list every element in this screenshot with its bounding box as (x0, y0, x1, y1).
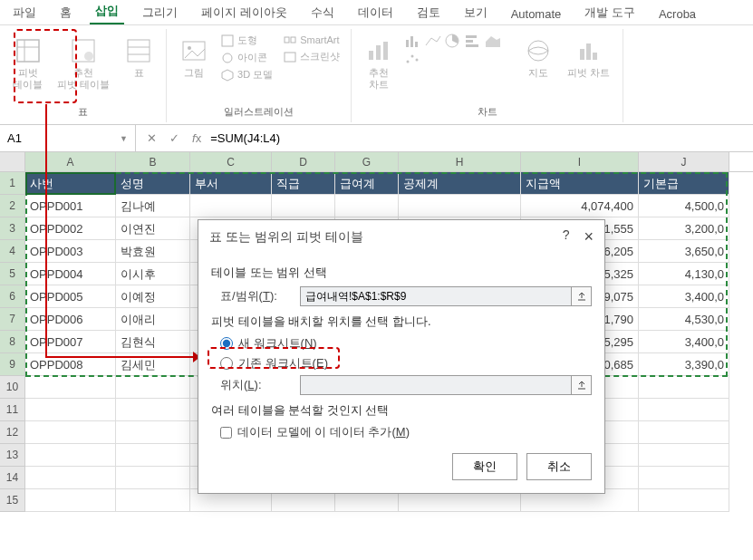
cell-A2[interactable]: OPPD001 (25, 195, 116, 217)
col-header-G[interactable]: G (335, 152, 399, 171)
name-box-dropdown-icon[interactable]: ▼ (120, 134, 128, 143)
scatter-chart-icon[interactable] (404, 51, 422, 67)
cell-J12[interactable] (639, 421, 729, 444)
row-header-9[interactable]: 9 (0, 353, 25, 376)
tab-draw[interactable]: 그리기 (137, 1, 183, 24)
cell-J14[interactable] (639, 467, 729, 489)
cell-B14[interactable] (116, 467, 190, 489)
icons-button[interactable]: 아이콘 (219, 50, 275, 65)
formula-input[interactable] (210, 131, 573, 145)
radio-new-worksheet[interactable] (220, 337, 233, 350)
row-header-10[interactable]: 10 (0, 376, 25, 399)
cell-A6[interactable]: OPPD005 (25, 285, 116, 308)
col-header-D[interactable]: D (272, 152, 335, 171)
row-header-13[interactable]: 13 (0, 444, 25, 467)
tab-view[interactable]: 보기 (459, 1, 493, 24)
tab-automate[interactable]: Automate (506, 4, 567, 24)
col-header-J[interactable]: J (639, 152, 729, 171)
cell-B15[interactable] (116, 489, 190, 512)
cell-A8[interactable]: OPPD007 (25, 331, 116, 353)
header-cell-J[interactable]: 기본급 (639, 172, 729, 195)
row-header-12[interactable]: 12 (0, 421, 25, 444)
3dmodel-button[interactable]: 3D 모델 (219, 67, 275, 82)
cell-A10[interactable] (25, 376, 116, 399)
header-cell-I[interactable]: 지급액 (521, 172, 639, 195)
row-header-4[interactable]: 4 (0, 240, 25, 263)
cell-J5[interactable]: 4,130,0 (639, 263, 729, 285)
cell-J2[interactable]: 4,500,0 (639, 195, 729, 217)
shapes-button[interactable]: 도형 (219, 33, 275, 48)
cell-B10[interactable] (116, 376, 190, 399)
cancel-button[interactable]: 취소 (526, 453, 592, 480)
ok-button[interactable]: 확인 (452, 453, 517, 480)
range-input[interactable] (300, 286, 572, 306)
col-header-A[interactable]: A (25, 152, 116, 171)
cell-B12[interactable] (116, 421, 190, 444)
fx-icon[interactable]: fx (188, 131, 205, 145)
tab-data[interactable]: 데이터 (352, 1, 399, 24)
col-header-I[interactable]: I (521, 152, 639, 171)
cell-B13[interactable] (116, 444, 190, 467)
cell-A9[interactable]: OPPD008 (25, 353, 116, 376)
cell-B2[interactable]: 김나예 (116, 195, 190, 217)
name-box[interactable]: ▼ (0, 125, 136, 151)
cell-J15[interactable] (639, 489, 729, 512)
cell-J10[interactable] (639, 376, 729, 399)
tab-acrobat[interactable]: Acroba (653, 4, 701, 24)
cell-B7[interactable]: 이애리 (116, 308, 190, 331)
row-header-1[interactable]: 1 (0, 172, 25, 195)
header-cell-H[interactable]: 공제계 (399, 172, 521, 195)
cell-B3[interactable]: 이연진 (116, 217, 190, 240)
area-chart-icon[interactable] (484, 33, 502, 49)
dialog-close-button[interactable]: × (584, 227, 594, 246)
dialog-help-button[interactable]: ? (563, 227, 570, 246)
recommended-charts-button[interactable]: 추천 차트 (361, 33, 397, 94)
radio-existing-worksheet[interactable] (220, 357, 233, 370)
row-header-6[interactable]: 6 (0, 285, 25, 308)
cell-C2[interactable] (190, 195, 272, 217)
cell-J6[interactable]: 3,400,0 (639, 285, 729, 308)
table-button[interactable]: 표 (121, 33, 157, 82)
row-header-11[interactable]: 11 (0, 399, 25, 421)
col-header-H[interactable]: H (399, 152, 521, 171)
row-header-15[interactable]: 15 (0, 489, 25, 512)
column-chart-icon[interactable] (404, 33, 422, 49)
select-all-corner[interactable] (0, 152, 25, 171)
cell-A4[interactable]: OPPD003 (25, 240, 116, 263)
chart-type-gallery[interactable] (404, 33, 513, 67)
row-header-5[interactable]: 5 (0, 263, 25, 285)
cell-B6[interactable]: 이예정 (116, 285, 190, 308)
cancel-formula-icon[interactable]: ✕ (143, 131, 160, 145)
cell-B8[interactable]: 김현식 (116, 331, 190, 353)
cell-A3[interactable]: OPPD002 (25, 217, 116, 240)
cell-J13[interactable] (639, 444, 729, 467)
bar-chart-icon[interactable] (464, 33, 482, 49)
range-ref-button[interactable] (572, 286, 592, 306)
tab-file[interactable]: 파일 (7, 1, 42, 24)
row-header-7[interactable]: 7 (0, 308, 25, 331)
enter-formula-icon[interactable]: ✓ (166, 131, 183, 145)
cell-I2[interactable]: 4,074,400 (521, 195, 639, 217)
recommended-pivot-button[interactable]: 추천 피벗 테이블 (53, 33, 113, 94)
cell-J11[interactable] (639, 399, 729, 421)
smartart-button[interactable]: SmartArt (282, 33, 342, 47)
checkbox-data-model[interactable] (220, 427, 232, 439)
name-box-input[interactable] (7, 131, 98, 145)
row-header-8[interactable]: 8 (0, 331, 25, 353)
cell-A12[interactable] (25, 421, 116, 444)
cell-A7[interactable]: OPPD006 (25, 308, 116, 331)
pivot-chart-button[interactable]: 피벗 차트 (564, 33, 613, 82)
cell-J9[interactable]: 3,390,0 (639, 353, 729, 376)
header-cell-D[interactable]: 직급 (272, 172, 335, 195)
cell-A14[interactable] (25, 467, 116, 489)
cell-J3[interactable]: 3,200,0 (639, 217, 729, 240)
cell-J4[interactable]: 3,650,0 (639, 240, 729, 263)
row-header-3[interactable]: 3 (0, 217, 25, 240)
cell-B9[interactable]: 김세민 (116, 353, 190, 376)
row-header-2[interactable]: 2 (0, 195, 25, 217)
cell-H2[interactable] (399, 195, 521, 217)
location-ref-button[interactable] (572, 375, 592, 395)
tab-review[interactable]: 검토 (411, 1, 446, 24)
cell-J8[interactable]: 3,400,0 (639, 331, 729, 353)
tab-insert[interactable]: 삽입 (90, 0, 124, 24)
